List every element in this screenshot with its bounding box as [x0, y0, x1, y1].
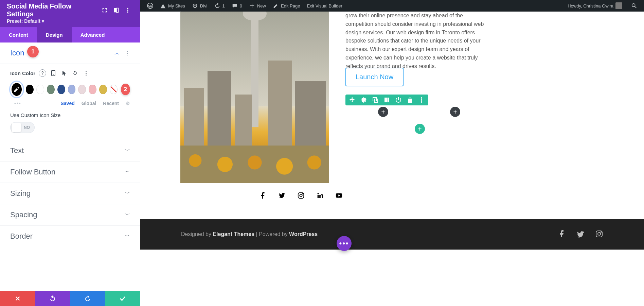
toolbar-kebab-icon[interactable]	[418, 97, 425, 103]
swatch-navy[interactable]	[57, 85, 65, 94]
my-sites-link[interactable]: My Sites	[157, 0, 189, 12]
section-kebab-icon[interactable]: ⋮	[125, 50, 130, 56]
svg-point-24	[598, 233, 601, 235]
svg-point-17	[421, 99, 422, 101]
palette-saved-tab[interactable]: Saved	[61, 101, 75, 106]
edit-page-link[interactable]: Edit Page	[269, 0, 303, 12]
move-icon[interactable]	[349, 97, 356, 103]
twitter-icon[interactable]	[278, 192, 286, 199]
wp-logo[interactable]	[144, 0, 157, 12]
avatar-icon	[615, 2, 622, 9]
swatch-periwinkle[interactable]	[68, 85, 76, 94]
section-sizing[interactable]: Sizing﹀	[0, 183, 140, 204]
swatch-white[interactable]	[36, 85, 44, 94]
add-column-button[interactable]: +	[378, 107, 388, 117]
gear-icon[interactable]	[360, 97, 367, 103]
palette-global-tab[interactable]: Global	[82, 101, 96, 106]
svg-point-18	[421, 101, 422, 103]
youtube-icon[interactable]	[335, 192, 343, 199]
palette-dots-icon[interactable]: •••	[14, 101, 21, 106]
search-toggle[interactable]	[628, 3, 641, 9]
svg-rect-14	[386, 98, 388, 102]
section-icon-title: Icon	[10, 49, 114, 57]
section-spacing[interactable]: Spacing﹀	[0, 204, 140, 226]
swatch-blush[interactable]	[78, 85, 86, 94]
palette-settings-icon[interactable]: ⚙	[126, 101, 130, 106]
help-icon[interactable]: ?	[39, 69, 46, 77]
section-text[interactable]: Text﹀	[0, 140, 140, 162]
preset-dropdown[interactable]: Preset: Default ▾	[7, 18, 133, 27]
svg-point-2	[194, 5, 196, 6]
hover-icon[interactable]	[60, 69, 68, 77]
swatch-gold[interactable]	[99, 85, 107, 94]
linkedin-icon[interactable]	[316, 192, 324, 199]
svg-rect-13	[384, 98, 386, 102]
settings-body: Icon ︿ ⋮ 1 Icon Color ? ⋮	[0, 42, 140, 291]
expand-icon[interactable]	[99, 4, 110, 16]
section-icon[interactable]: Icon ︿ ⋮ 1	[0, 42, 140, 64]
swatch-sage[interactable]	[47, 85, 55, 94]
svg-point-10	[53, 74, 54, 75]
redo-button[interactable]	[70, 291, 105, 306]
icon-section-body: Icon Color ? ⋮ 2 •••	[0, 64, 140, 140]
site-name-label: Divi	[200, 3, 208, 8]
wp-admin-bar: My Sites Divi 1 0 New Edit Page Exit Vis…	[140, 0, 644, 12]
site-name-link[interactable]: Divi	[189, 0, 211, 12]
section-follow-button[interactable]: Follow Button﹀	[0, 162, 140, 183]
footer-facebook-icon[interactable]	[558, 230, 566, 239]
save-button[interactable]	[105, 291, 140, 306]
color-picker-button[interactable]	[10, 82, 23, 97]
new-label: New	[257, 3, 266, 8]
new-link[interactable]: New	[246, 0, 269, 12]
section-follow-title: Follow Button	[10, 168, 125, 176]
svg-point-16	[421, 97, 422, 99]
kebab-icon[interactable]	[122, 4, 133, 16]
reset-icon[interactable]	[71, 69, 79, 77]
duplicate-icon[interactable]	[372, 97, 379, 103]
footer-text: Designed by Elegant Themes | Powered by …	[181, 231, 318, 237]
chevron-down-icon: ﹀	[125, 211, 130, 219]
icon-color-row: Icon Color ? ⋮	[10, 69, 130, 77]
add-module-button[interactable]: +	[415, 124, 425, 134]
save-library-icon[interactable]	[383, 97, 390, 103]
swatch-black[interactable]	[26, 85, 34, 94]
chevron-up-icon: ︿	[114, 50, 120, 57]
chevron-down-icon: ﹀	[125, 169, 130, 176]
svg-point-7	[127, 10, 128, 11]
comments-link[interactable]: 0	[228, 0, 246, 12]
tab-advanced[interactable]: Advanced	[72, 27, 114, 42]
section-border[interactable]: Border﹀	[0, 226, 140, 247]
footer-theme-link[interactable]: Elegant Themes	[213, 231, 254, 237]
comments-count: 0	[240, 3, 242, 8]
edit-page-label: Edit Page	[281, 3, 300, 8]
instagram-icon[interactable]	[297, 192, 305, 199]
undo-button[interactable]	[35, 291, 70, 306]
facebook-icon[interactable]	[259, 192, 267, 199]
swatch-pink[interactable]	[89, 85, 96, 94]
exit-vb-link[interactable]: Exit Visual Builder	[303, 0, 346, 12]
swatch-none[interactable]	[110, 85, 118, 94]
snap-icon[interactable]	[110, 4, 122, 16]
custom-icon-size-toggle[interactable]: NO	[10, 122, 35, 133]
exit-vb-label: Exit Visual Builder	[307, 3, 342, 8]
howdy-link[interactable]: Howdy, Christina Gwira	[564, 2, 626, 9]
trash-icon[interactable]	[407, 97, 413, 103]
footer-wp-link[interactable]: WordPress	[289, 231, 318, 237]
updates-link[interactable]: 1	[211, 0, 228, 12]
custom-icon-size-label: Use Custom Icon Size	[10, 112, 130, 118]
cancel-button[interactable]	[0, 291, 35, 306]
icon-color-kebab-icon[interactable]: ⋮	[82, 69, 90, 77]
tab-content[interactable]: Content	[0, 27, 37, 42]
footer-instagram-icon[interactable]	[595, 230, 603, 239]
palette-recent-tab[interactable]: Recent	[103, 101, 119, 106]
add-column-button[interactable]: +	[450, 107, 460, 117]
responsive-icon[interactable]	[50, 69, 57, 77]
launch-now-button[interactable]: Launch Now	[345, 68, 404, 86]
tab-design[interactable]: Design	[37, 27, 72, 42]
builder-fab[interactable]: •••	[337, 236, 352, 251]
footer-twitter-icon[interactable]	[576, 230, 585, 239]
svg-point-6	[127, 8, 128, 9]
color-swatch-row: 2	[10, 82, 130, 97]
svg-point-21	[302, 193, 303, 194]
power-icon[interactable]	[395, 97, 402, 103]
